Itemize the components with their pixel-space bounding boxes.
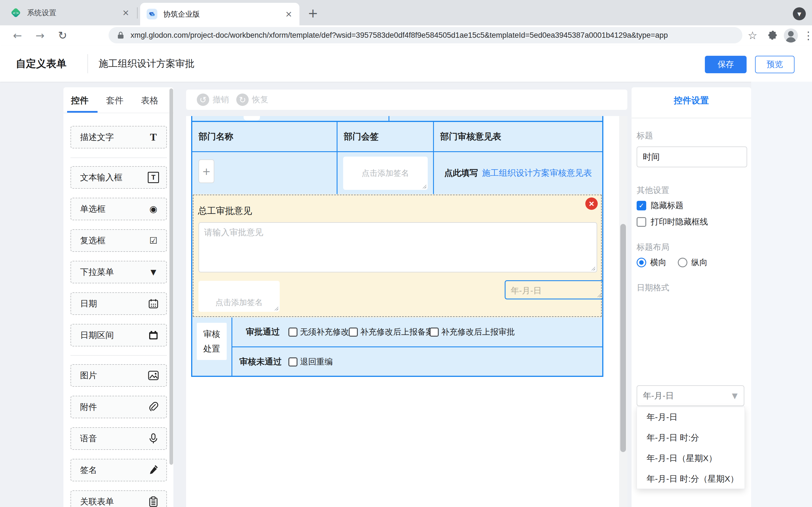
cell-department-name: + xyxy=(192,152,337,194)
title-input[interactable]: 时间 xyxy=(637,147,747,167)
dropdown-option[interactable]: 年-月-日 时:分（星期X） xyxy=(637,469,745,489)
signature-pad[interactable]: 点击添加签名 xyxy=(343,157,428,190)
bookmark-star-icon[interactable]: ☆ xyxy=(746,27,760,43)
control-item-description-text[interactable]: 描述文字 T xyxy=(70,126,167,149)
chevron-down-icon: ▼ xyxy=(732,392,738,400)
resize-handle-icon[interactable] xyxy=(422,184,426,188)
sidebar-divider xyxy=(63,113,173,113)
control-item-attachment[interactable]: 附件 xyxy=(70,396,167,418)
layout-horizontal-radio[interactable] xyxy=(637,258,646,267)
control-item-date[interactable]: 日期 xyxy=(70,292,167,315)
control-item-dropdown[interactable]: 下拉菜单 ▼ xyxy=(70,261,167,283)
resize-handle-icon[interactable] xyxy=(597,293,601,297)
svg-text:<>: <> xyxy=(12,11,19,15)
tab-close-icon[interactable]: × xyxy=(121,8,131,18)
section-title: 总工审批意见 xyxy=(198,205,252,217)
control-item-voice[interactable]: 语音 xyxy=(70,427,167,450)
hide-title-checkbox[interactable]: ✓ xyxy=(637,201,646,210)
approval-comment-textarea[interactable]: 请输入审批意见 xyxy=(199,222,597,272)
new-tab-button[interactable]: + xyxy=(306,6,320,20)
fail-label: 审核未通过 xyxy=(239,347,282,376)
avatar-head xyxy=(788,31,794,37)
canvas-toolbar: ↺ 撤销 ↻ 恢复 xyxy=(186,90,627,110)
header-cell-department-name[interactable]: 部门名称 xyxy=(192,122,337,151)
control-item-linked-form[interactable]: 关联表单 xyxy=(70,490,167,507)
form-canvas: 部门名称 部门会签 部门审核意见表 + 点击添加签名 点此填写 施工组织设计方案… xyxy=(186,116,627,507)
signature-pad[interactable]: 点击添加签名 xyxy=(199,281,280,312)
clipboard-icon xyxy=(148,496,159,507)
tab-kits[interactable]: 套件 xyxy=(106,95,123,107)
table-body-row: + 点击添加签名 点此填写 施工组织设计方案审核意见表 xyxy=(191,151,603,194)
signature-placeholder: 点击添加签名 xyxy=(199,297,280,308)
avatar-body xyxy=(786,37,796,43)
redo-button[interactable]: 恢复 xyxy=(252,90,268,110)
tab-xiezhu-enterprise[interactable]: 协筑企业版 × xyxy=(140,3,299,25)
extensions-puzzle-icon[interactable] xyxy=(766,27,780,43)
other-settings-label: 其他设置 xyxy=(637,185,669,196)
app-title: 自定义表单 xyxy=(16,46,66,82)
layout-vertical-radio[interactable] xyxy=(678,258,688,267)
control-settings-panel: 控件设置 标题 时间 其他设置 ✓ 隐藏标题 打印时隐藏框线 标题布局 横向 纵… xyxy=(631,87,751,507)
resize-handle-icon[interactable] xyxy=(591,266,595,270)
browser-menu-dots-icon[interactable]: ⋮ xyxy=(801,27,812,43)
textarea-placeholder: 请输入审批意见 xyxy=(204,227,263,238)
cell-review-opinion: 点此填写 施工组织设计方案审核意见表 xyxy=(433,152,602,194)
url-text: xmgl.glodon.com/project-doc/workbench/xf… xyxy=(131,31,668,40)
layout-radio-row: 横向 纵向 xyxy=(637,257,708,268)
lock-icon xyxy=(117,31,124,40)
checkbox-return-rewrite[interactable] xyxy=(289,357,297,367)
row-drag-handle[interactable] xyxy=(244,116,260,120)
chief-engineer-approval-section[interactable]: 总工审批意见 × 请输入审批意见 点击添加签名 年-月-日 xyxy=(191,194,603,318)
date-field-selected[interactable]: 年-月-日 xyxy=(505,280,603,299)
reload-icon[interactable]: ↻ xyxy=(55,28,70,43)
fill-here-text: 点此填写 xyxy=(444,167,478,179)
disposition-label-cell: 审核处置 xyxy=(192,318,232,376)
save-button[interactable]: 保存 xyxy=(705,56,747,73)
browser-toolbar: ← → ↻ xmgl.glodon.com/project-doc/workbe… xyxy=(0,25,812,46)
forward-icon[interactable]: → xyxy=(33,28,47,43)
checkbox-supplement-record[interactable] xyxy=(349,328,358,337)
control-item-date-range[interactable]: 日期区间 xyxy=(70,324,167,346)
tab-tables[interactable]: 表格 xyxy=(141,95,158,107)
preview-button[interactable]: 预览 xyxy=(755,56,795,73)
tab-controls[interactable]: 控件 xyxy=(71,95,89,107)
address-bar[interactable]: xmgl.glodon.com/project-doc/workbench/xf… xyxy=(109,27,742,43)
panel-title: 控件设置 xyxy=(631,95,751,107)
sidebar-scrollbar[interactable] xyxy=(169,89,173,465)
hide-border-checkbox[interactable] xyxy=(637,217,646,227)
control-item-signature[interactable]: 签名 xyxy=(70,459,167,482)
dropdown-option[interactable]: 年-月-日 时:分 xyxy=(637,428,745,448)
undo-icon[interactable]: ↺ xyxy=(197,94,209,106)
control-item-text-input[interactable]: 文本输入框 T xyxy=(70,166,167,189)
dropdown-option[interactable]: 年-月-日 xyxy=(637,407,745,428)
option-label: 补充修改后上报审批 xyxy=(441,318,515,346)
browser-avatar[interactable] xyxy=(784,29,798,43)
dropdown-option[interactable]: 年-月-日（星期X） xyxy=(637,448,745,469)
canvas-scrollbar[interactable] xyxy=(620,224,626,452)
radio-icon: ◉ xyxy=(148,203,159,215)
resize-handle-icon[interactable] xyxy=(274,306,278,311)
delete-section-icon[interactable]: × xyxy=(585,198,598,210)
control-label: 描述文字 xyxy=(80,131,148,143)
header-cell-department-countersign[interactable]: 部门会签 xyxy=(337,122,433,151)
browser-profile-button[interactable]: ▼ xyxy=(793,7,806,20)
checkbox-supplement-approval[interactable] xyxy=(430,328,439,337)
controls-sidebar: 控件 套件 表格 描述文字 T 文本输入框 T 单选框 ◉ 复选框 ☑ 下拉菜单… xyxy=(63,87,173,507)
header-cell-review-opinion-table[interactable]: 部门审核意见表 xyxy=(433,122,602,151)
tab-close-icon[interactable]: × xyxy=(284,9,294,19)
control-item-checkbox[interactable]: 复选框 ☑ xyxy=(70,229,167,252)
redo-icon[interactable]: ↻ xyxy=(236,94,249,106)
control-item-radio[interactable]: 单选框 ◉ xyxy=(70,198,167,220)
date-format-label: 日期格式 xyxy=(637,282,669,293)
review-opinion-table-link[interactable]: 施工组织设计方案审核意见表 xyxy=(482,167,592,179)
control-label: 附件 xyxy=(80,401,148,413)
back-icon[interactable]: ← xyxy=(10,28,25,43)
undo-button[interactable]: 撤销 xyxy=(213,90,229,110)
table-header-row: 部门名称 部门会签 部门审核意见表 xyxy=(191,122,603,151)
checkbox-no-supplement[interactable] xyxy=(289,328,297,337)
tab-system-settings[interactable]: <> 系统设置 × xyxy=(4,4,137,21)
control-label: 日期 xyxy=(80,298,148,309)
add-button[interactable]: + xyxy=(199,159,214,183)
control-item-image[interactable]: 图片 xyxy=(70,364,167,387)
date-format-select[interactable]: 年-月-日 ▼ xyxy=(637,385,744,406)
